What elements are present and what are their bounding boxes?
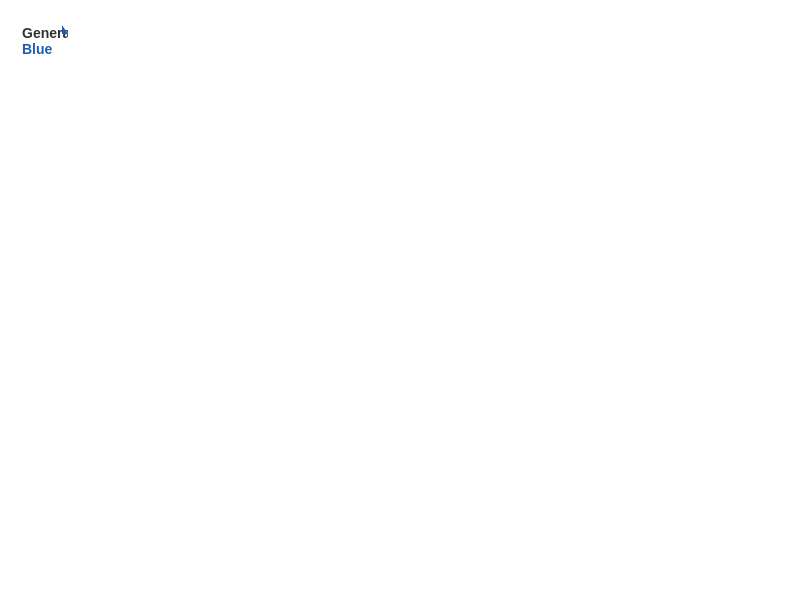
svg-text:General: General <box>22 25 68 41</box>
logo-icon: General Blue <box>20 20 68 60</box>
page-header: General Blue <box>20 20 772 60</box>
logo: General Blue <box>20 20 74 60</box>
svg-text:Blue: Blue <box>22 41 53 57</box>
